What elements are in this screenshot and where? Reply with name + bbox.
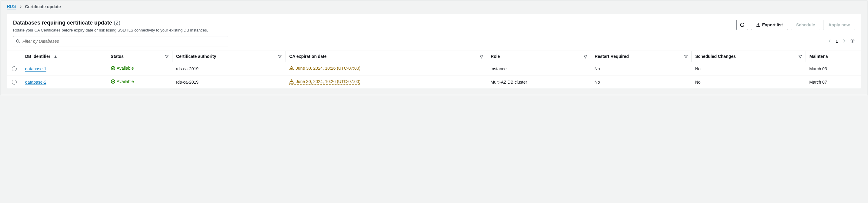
col-ca-label: Certificate authority	[176, 54, 216, 59]
toolbar: 1	[7, 36, 861, 50]
col-role-label: Role	[491, 54, 500, 59]
expiration-date[interactable]: June 30, 2024, 10:26 (UTC-07:00)	[289, 79, 360, 84]
page-title: Databases requiring certificate update (…	[13, 20, 208, 26]
col-scheduled[interactable]: Scheduled Changes ▽	[691, 51, 806, 62]
sort-icon: ▽	[278, 54, 282, 59]
chevron-left-icon	[828, 39, 831, 43]
chevron-right-icon	[842, 39, 846, 43]
cell-ca: rds-ca-2019	[172, 62, 285, 75]
page-subtitle: Rotate your CA Certificates before expir…	[13, 28, 208, 32]
export-list-button[interactable]: Export list	[751, 20, 788, 30]
col-role[interactable]: Role ▽	[487, 51, 591, 62]
sort-icon: ▽	[584, 54, 587, 59]
chevron-right-icon	[19, 4, 22, 9]
col-db-label: DB identifier	[25, 54, 50, 59]
expiration-date[interactable]: June 30, 2024, 10:26 (UTC-07:00)	[289, 66, 360, 71]
cell-restart: No	[591, 62, 692, 75]
expiration-text: June 30, 2024, 10:26 (UTC-07:00)	[296, 66, 360, 71]
col-maint-label: Maintena	[809, 54, 828, 59]
sort-icon: ▽	[684, 54, 688, 59]
schedule-label: Schedule	[796, 23, 815, 27]
sort-icon: ▽	[799, 54, 802, 59]
cell-scheduled: No	[691, 62, 806, 75]
col-restart[interactable]: Restart Required ▽	[591, 51, 692, 62]
schedule-button: Schedule	[791, 20, 820, 30]
col-maintenance[interactable]: Maintena	[806, 51, 861, 62]
cell-role: Instance	[487, 62, 591, 75]
status-badge: Available	[111, 66, 134, 71]
cell-scheduled: No	[691, 75, 806, 89]
status-text: Available	[117, 66, 134, 71]
col-restart-label: Restart Required	[595, 54, 629, 59]
breadcrumb-root-link[interactable]: RDS	[7, 4, 16, 9]
title-text: Databases requiring certificate update	[13, 20, 112, 26]
header-actions: Export list Schedule Apply now	[737, 20, 855, 30]
table-settings-button[interactable]	[850, 38, 855, 44]
col-select	[7, 51, 22, 62]
table-row: database-2Availablerds-ca-2019June 30, 2…	[7, 75, 861, 89]
sort-asc-icon: ▲	[53, 54, 58, 59]
databases-table: DB identifier ▲ Status ▽ Certificate aut…	[7, 50, 861, 89]
apply-now-button: Apply now	[823, 20, 855, 30]
col-expiration[interactable]: CA expiration date ▽	[285, 51, 487, 62]
table-row: database-1Availablerds-ca-2019June 30, 2…	[7, 62, 861, 75]
next-page-button[interactable]	[842, 39, 846, 44]
cell-maintenance: March 07	[806, 75, 861, 89]
page-container: RDS Certificate update Databases requiri…	[1, 1, 867, 95]
panel-header: Databases requiring certificate update (…	[7, 14, 861, 36]
pagination: 1	[828, 38, 855, 44]
row-select-radio[interactable]	[12, 80, 17, 84]
db-identifier-link[interactable]: database-2	[25, 80, 46, 85]
page-number: 1	[836, 39, 838, 44]
breadcrumb: RDS Certificate update	[1, 1, 867, 12]
db-identifier-link[interactable]: database-1	[25, 66, 46, 71]
export-list-label: Export list	[762, 23, 783, 27]
title-count: (2)	[114, 20, 120, 26]
breadcrumb-current: Certificate update	[25, 4, 61, 9]
sort-icon: ▽	[165, 54, 168, 59]
cell-maintenance: March 03	[806, 62, 861, 75]
cell-ca: rds-ca-2019	[172, 75, 285, 89]
col-db-identifier[interactable]: DB identifier ▲	[22, 51, 107, 62]
col-status[interactable]: Status ▽	[107, 51, 173, 62]
svg-point-0	[17, 40, 19, 42]
table-container: DB identifier ▲ Status ▽ Certificate aut…	[7, 50, 861, 89]
row-select-radio[interactable]	[12, 66, 17, 71]
sort-icon: ▽	[480, 54, 483, 59]
cell-role: Multi-AZ DB cluster	[487, 75, 591, 89]
svg-point-1	[852, 40, 853, 41]
apply-now-label: Apply now	[828, 23, 850, 27]
status-text: Available	[117, 79, 134, 84]
prev-page-button[interactable]	[828, 39, 831, 44]
col-sched-label: Scheduled Changes	[695, 54, 736, 59]
filter-input[interactable]	[23, 36, 225, 46]
cell-restart: No	[591, 75, 692, 89]
refresh-icon	[740, 23, 745, 27]
filter-box[interactable]	[13, 36, 228, 46]
expiration-text: June 30, 2024, 10:26 (UTC-07:00)	[296, 79, 360, 84]
col-status-label: Status	[111, 54, 124, 59]
refresh-button[interactable]	[737, 20, 748, 30]
download-icon	[756, 23, 761, 27]
col-exp-label: CA expiration date	[289, 54, 327, 59]
status-badge: Available	[111, 79, 134, 84]
search-icon	[16, 39, 20, 43]
col-ca[interactable]: Certificate authority ▽	[172, 51, 285, 62]
gear-icon	[850, 38, 855, 43]
main-panel: Databases requiring certificate update (…	[7, 14, 861, 89]
